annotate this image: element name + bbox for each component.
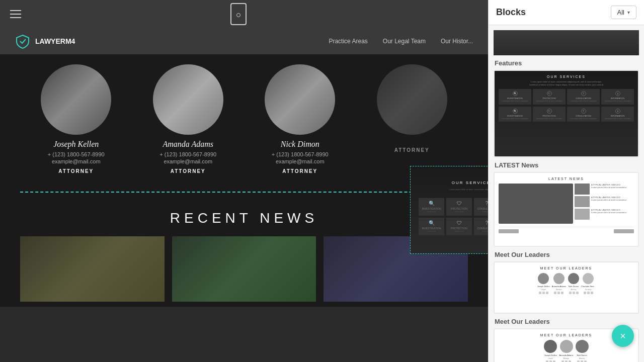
member-photo-1 bbox=[41, 64, 111, 135]
nav-link-history[interactable]: Our Histor... bbox=[441, 38, 473, 45]
section-label-leaders-2: Meet Our Leaders bbox=[494, 318, 639, 325]
thumb-leader-item-1: Joseph Kellen Lawyer bbox=[537, 273, 550, 294]
member-name-2: Amanda Adams bbox=[163, 140, 213, 149]
thumb-leader-photo-3 bbox=[568, 273, 579, 284]
thumb-social-icon-6 bbox=[561, 292, 564, 294]
all-dropdown-button[interactable]: All ▾ bbox=[611, 6, 636, 19]
thumb-leader-item-2-1: Joseph Kellen Lawyer bbox=[544, 340, 557, 362]
block-thumbnail-features[interactable]: OUR SERVICES Lorem ipsum dolor sit amet,… bbox=[494, 70, 639, 157]
thumb-social-icon-7 bbox=[569, 292, 572, 294]
close-icon: × bbox=[620, 330, 626, 342]
member-photo-img-1 bbox=[41, 64, 111, 135]
thumb-ln-btn-left bbox=[499, 229, 519, 233]
thumb-service-investigation-2: 🔍 INVESTIGATION Lorem ipsum dolor sit am… bbox=[499, 107, 531, 122]
top-preview-partial bbox=[494, 30, 639, 55]
thumb-social-icon-5 bbox=[557, 292, 560, 294]
thumb-ln-side-item-1: A TYPICAL LAWYER, SEM LEOLorem ipsum dol… bbox=[575, 184, 634, 195]
services-overlay-inner: OUR SERVICES Lorem ipsum dolor sit amet … bbox=[411, 166, 488, 253]
service-cell-investigation-top: 🔍 INVESTIGATION Lorem ipsum bbox=[419, 198, 444, 216]
thumb-service-protection-2: 🛡 PROTECTION Lorem ipsum dolor sit amet … bbox=[533, 107, 566, 122]
section-label-features: Features bbox=[494, 59, 639, 67]
nav-logo: LAWYERM4 bbox=[15, 34, 75, 49]
thumb-social-icon-12 bbox=[591, 292, 593, 294]
team-member-4: ATTORNEY bbox=[362, 64, 462, 153]
thumb-ln-side-img-1 bbox=[575, 184, 590, 195]
member-name-3: Nick Dimon bbox=[281, 140, 319, 149]
news-card-2[interactable] bbox=[172, 236, 316, 302]
thumb-leader-photo-1 bbox=[538, 273, 549, 284]
nav-link-legal-team[interactable]: Our Legal Team bbox=[383, 38, 426, 45]
member-photo-img-3 bbox=[265, 64, 335, 135]
nav-bar: LAWYERM4 Practice Areas Our Legal Team O… bbox=[0, 28, 488, 54]
thumb-service-consultation: ? CONSULTATION Lorem ipsum dolor sit ame… bbox=[567, 89, 600, 105]
service-cell-consultation-top: ? CONSULTATION Lorem ipsum bbox=[474, 198, 488, 216]
hamburger-menu[interactable] bbox=[10, 10, 21, 18]
thumb-ln-side-item-2: A TYPICAL LAWYER, SEM LEOLorem ipsum dol… bbox=[575, 196, 634, 207]
thumb-leader-item-2: Amanda Adams Manager bbox=[552, 273, 566, 294]
thumb-social-icon-3 bbox=[546, 292, 548, 294]
top-toolbar bbox=[0, 0, 488, 28]
protection-icon-bot: 🛡 bbox=[457, 220, 462, 226]
thumb-ln-footer bbox=[499, 227, 634, 233]
thumb-protection-icon-2: 🛡 bbox=[547, 109, 552, 114]
nav-link-practice[interactable]: Practice Areas bbox=[329, 38, 367, 45]
thumb-investigation-icon-2: 🔍 bbox=[513, 109, 518, 114]
block-thumbnail-latest-news[interactable]: LATEST NEWS A TYPICAL LAWYER, SEM LEOLor… bbox=[494, 172, 639, 247]
consultation-icon-bot: ? bbox=[486, 220, 488, 226]
thumb-services-grid-top: 🔍 INVESTIGATION Lorem ipsum dolor sit am… bbox=[499, 89, 634, 105]
thumb-leaders-inner-1: MEET OUR LEADERS Joseph Kellen Lawyer bbox=[495, 262, 638, 313]
block-thumbnail-leaders-1[interactable]: MEET OUR LEADERS Joseph Kellen Lawyer bbox=[494, 261, 639, 314]
investigation-icon-bot: 🔍 bbox=[429, 220, 435, 226]
right-panel: Blocks All ▾ Features OUR SERVICES Lorem… bbox=[488, 0, 644, 362]
thumb-social-icon-2 bbox=[542, 292, 545, 294]
services-overlay: OUR SERVICES Lorem ipsum dolor sit amet … bbox=[410, 166, 488, 254]
service-cell-protection-bot: 🛡 PROTECTION Lorem ipsum bbox=[446, 218, 472, 235]
thumb-leader-item-4: Charlotte Harr... Secretary bbox=[581, 273, 595, 294]
thumb-social-icon-8 bbox=[573, 292, 575, 294]
thumb-ln-main-img bbox=[499, 184, 573, 224]
member-phone-3: + (123) 1800-567-8990 bbox=[272, 151, 329, 157]
all-button-label: All bbox=[617, 9, 624, 16]
thumb-leader-item-2-3: Nick Dimon Attorney bbox=[576, 340, 589, 362]
thumb-leaders-row-1: Joseph Kellen Lawyer Amanda Adams Manage… bbox=[499, 273, 634, 294]
thumb-leader-photo-2 bbox=[553, 273, 565, 284]
member-photo-3 bbox=[265, 64, 335, 135]
section-label-latest-news: LATEST News bbox=[494, 161, 639, 169]
protection-icon-top: 🛡 bbox=[457, 201, 462, 206]
member-role-1: ATTORNEY bbox=[58, 168, 94, 174]
news-grid bbox=[20, 236, 468, 302]
thumb-latest-news-inner: LATEST NEWS A TYPICAL LAWYER, SEM LEOLor… bbox=[495, 173, 638, 246]
member-email-3: example@mail.com bbox=[276, 158, 325, 164]
thumb-service-investigation: 🔍 INVESTIGATION Lorem ipsum dolor sit am… bbox=[499, 89, 531, 105]
thumb-social-icon-4 bbox=[554, 292, 556, 294]
member-phone-2: + (123) 1800-567-8990 bbox=[159, 151, 216, 157]
shield-icon bbox=[15, 34, 30, 49]
thumb-leaders-row-2: Joseph Kellen Lawyer Amanda Adams Manage… bbox=[499, 340, 634, 362]
consultation-icon-top: ? bbox=[486, 201, 488, 206]
thumb-information-icon: ℹ bbox=[615, 91, 620, 96]
thumb-social-icon-10 bbox=[584, 292, 586, 294]
news-card-1[interactable] bbox=[20, 236, 165, 302]
member-photo-4 bbox=[377, 64, 447, 135]
thumb-ln-side: A TYPICAL LAWYER, SEM LEOLorem ipsum dol… bbox=[575, 184, 634, 224]
logo-text: LAWYERM4 bbox=[35, 37, 75, 45]
nav-links: Practice Areas Our Legal Team Our Histor… bbox=[329, 38, 473, 45]
thumb-ln-grid: A TYPICAL LAWYER, SEM LEOLorem ipsum dol… bbox=[499, 184, 634, 224]
thumb-service-protection: 🛡 PROTECTION Lorem ipsum dolor sit amet … bbox=[533, 89, 566, 105]
thumb-leader-photo-4 bbox=[583, 273, 594, 284]
right-panel-header: Blocks All ▾ bbox=[489, 0, 644, 25]
blocks-scroll-area[interactable]: Features OUR SERVICES Lorem ipsum dolor … bbox=[489, 25, 644, 362]
thumb-leader-photo-2-2 bbox=[560, 340, 573, 353]
services-mini-grid: 🔍 INVESTIGATION Lorem ipsum 🛡 PROTECTION… bbox=[415, 194, 488, 239]
thumb-ln-side-img-2 bbox=[575, 196, 590, 207]
service-cell-investigation-bot: 🔍 INVESTIGATION Lorem ipsum bbox=[419, 218, 444, 235]
member-role-2: ATTORNEY bbox=[171, 168, 206, 174]
thumb-services-grid-bot: 🔍 INVESTIGATION Lorem ipsum dolor sit am… bbox=[499, 107, 634, 122]
thumb-consultation-icon: ? bbox=[581, 91, 586, 96]
thumb-ln-side-item-3: A TYPICAL LAWYER, SEM LEOLorem ipsum dol… bbox=[575, 209, 634, 220]
mobile-preview-icon[interactable] bbox=[230, 3, 247, 25]
investigation-icon-top: 🔍 bbox=[429, 201, 435, 206]
close-button[interactable]: × bbox=[612, 325, 634, 347]
member-name-1: Joseph Kellen bbox=[53, 140, 99, 149]
dashed-separator bbox=[20, 192, 468, 198]
